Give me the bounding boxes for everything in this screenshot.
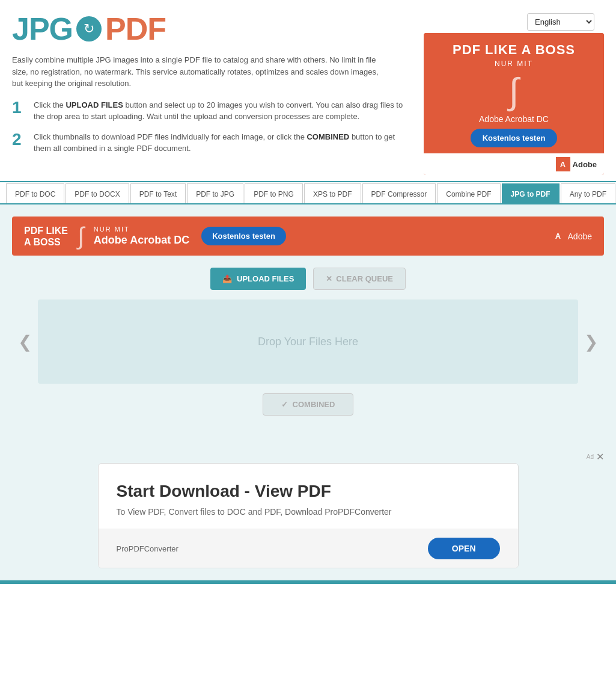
step-2-text: Click thumbnails to download PDF files i…	[34, 131, 414, 155]
ad-banner-sub: NUR MIT	[94, 226, 130, 233]
tab-any-to-pdf[interactable]: Any to PDF	[561, 183, 615, 204]
tab-pdf-to-jpg[interactable]: PDF to JPG	[187, 183, 243, 204]
main-content: PDF LIKE A BOSS ∫ NUR MIT Adobe Acrobat …	[0, 204, 616, 445]
step-2: 2 Click thumbnails to download PDF files…	[12, 131, 414, 155]
drop-zone-wrapper: ❮ Drop Your Files Here ❯	[12, 299, 604, 384]
ad-bottom-content: Start Download - View PDF To View PDF, C…	[99, 464, 518, 529]
ad-bottom-brand: ProPDFConverter	[117, 544, 178, 553]
ad-banner-product: Adobe Acrobat DC	[94, 234, 189, 247]
tab-jpg-to-pdf[interactable]: JPG to PDF	[502, 183, 560, 204]
ad-bottom-footer: ProPDFConverter OPEN	[99, 529, 518, 568]
ad-top-right: PDF LIKE A BOSS NUR MIT ∫ Adobe Acrobat …	[424, 33, 604, 175]
upload-icon: 📤	[222, 274, 232, 283]
combined-check-icon: ✓	[281, 400, 288, 409]
next-arrow[interactable]: ❯	[578, 332, 604, 352]
tab-pdf-to-docx[interactable]: PDF to DOCX	[66, 183, 129, 204]
adobe-icon: A	[556, 157, 570, 171]
upload-label: UPLOAD FILES	[237, 274, 294, 283]
ad-top-cta-button[interactable]: Kostenlos testen	[471, 129, 558, 147]
adobe-label: Adobe	[573, 160, 597, 169]
drop-text: Drop Your Files Here	[258, 336, 358, 348]
tab-pdf-compressor[interactable]: PDF Compressor	[362, 183, 436, 204]
logo-jpg: JPG	[12, 11, 73, 47]
ad-bottom-wrapper: Ad ✕ Start Download - View PDF To View P…	[0, 445, 616, 580]
tab-pdf-to-png[interactable]: PDF to PNG	[245, 183, 303, 204]
upload-controls: 📤 UPLOAD FILES ✕ CLEAR QUEUE	[12, 268, 604, 290]
combined-label: COMBINED	[293, 400, 335, 409]
combined-row: ✓ COMBINED	[12, 393, 604, 416]
step-2-number: 2	[12, 131, 34, 148]
language-selector[interactable]: English Deutsch Français Español Portugu…	[527, 13, 594, 31]
ad-banner-left-text: PDF LIKE A BOSS	[24, 225, 68, 248]
logo: JPG ↻ PDF	[12, 11, 414, 47]
tab-pdf-to-text[interactable]: PDF to Text	[130, 183, 186, 204]
ad-top-product: Adobe Acrobat DC	[431, 114, 597, 124]
ad-label: Ad	[587, 453, 594, 460]
step-1-number: 1	[12, 99, 34, 116]
ad-close-icon[interactable]: ✕	[596, 451, 604, 462]
ad-banner-adobe: A Adobe	[551, 229, 592, 244]
clear-icon: ✕	[326, 274, 332, 283]
ad-banner: PDF LIKE A BOSS ∫ NUR MIT Adobe Acrobat …	[12, 217, 604, 256]
clear-label: CLEAR QUEUE	[336, 274, 393, 283]
language-dropdown[interactable]: English Deutsch Français Español Portugu…	[527, 13, 594, 31]
ad-banner-adobe-icon: A	[551, 229, 566, 244]
steps-list: 1 Click the UPLOAD FILES button and sele…	[12, 99, 414, 155]
ad-bottom-title: Start Download - View PDF	[117, 482, 500, 501]
ad-close-controls[interactable]: Ad ✕	[587, 451, 604, 462]
combined-button[interactable]: ✓ COMBINED	[263, 393, 354, 416]
ad-bottom: Start Download - View PDF To View PDF, C…	[98, 463, 519, 568]
page-footer	[0, 580, 616, 584]
prev-arrow[interactable]: ❮	[12, 332, 38, 352]
ad-open-button[interactable]: OPEN	[428, 538, 500, 559]
tagline: Easily combine multiple JPG images into …	[12, 54, 385, 90]
step-1-text: Click the UPLOAD FILES button and select…	[34, 99, 414, 123]
step-1: 1 Click the UPLOAD FILES button and sele…	[12, 99, 414, 123]
clear-queue-button[interactable]: ✕ CLEAR QUEUE	[313, 268, 406, 290]
tab-combine-pdf[interactable]: Combine PDF	[437, 183, 500, 204]
ad-top-sub: NUR MIT	[431, 60, 597, 68]
logo-pdf: PDF	[105, 11, 166, 47]
tab-pdf-to-doc[interactable]: PDF to DOC	[6, 183, 64, 204]
acrobat-icon: ∫	[431, 70, 597, 112]
tabs-bar: PDF to DOC PDF to DOCX PDF to Text PDF t…	[0, 181, 616, 204]
ad-banner-acrobat-icon: ∫	[78, 223, 84, 250]
upload-files-button[interactable]: 📤 UPLOAD FILES	[210, 268, 306, 290]
ad-banner-cta-button[interactable]: Kostenlos testen	[201, 227, 286, 245]
adobe-logo: A Adobe	[556, 157, 597, 171]
ad-banner-right: NUR MIT Adobe Acrobat DC	[94, 226, 189, 247]
logo-to-icon: ↻	[76, 16, 102, 41]
ad-banner-adobe-label: Adobe	[568, 232, 592, 241]
tab-xps-to-pdf[interactable]: XPS to PDF	[304, 183, 361, 204]
ad-top-title: PDF LIKE A BOSS	[431, 43, 597, 57]
ad-bottom-desc: To View PDF, Convert files to DOC and PD…	[117, 507, 500, 517]
drop-zone[interactable]: Drop Your Files Here	[38, 299, 578, 384]
